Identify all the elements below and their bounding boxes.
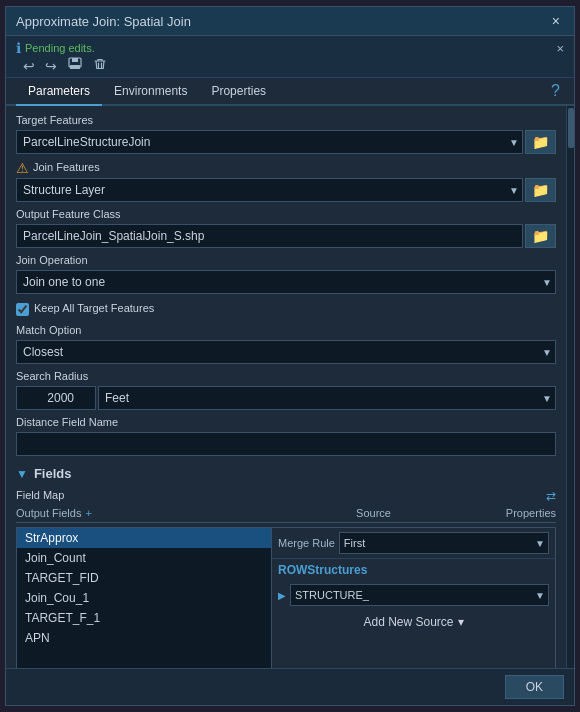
search-radius-label: Search Radius xyxy=(16,370,556,382)
target-features-group: Target Features ParcelLineStructureJoin … xyxy=(16,114,556,154)
join-features-select-wrapper: Structure Layer ▼ xyxy=(16,178,523,202)
merge-rule-select[interactable]: First xyxy=(339,532,549,554)
tabs: Parameters Environments Properties ? xyxy=(6,78,574,106)
vertical-scrollbar[interactable] xyxy=(566,106,574,668)
source-col-header: Source xyxy=(271,507,476,519)
add-new-source-arrow: ▾ xyxy=(458,615,464,629)
source-layer-header: ROWStructures xyxy=(272,559,555,581)
top-info-section: ℹ Pending edits. × ↩ ↪ xyxy=(6,36,574,78)
output-fields-col-header: Output Fields + xyxy=(16,507,271,519)
keep-all-label: Keep All Target Features xyxy=(34,302,154,314)
info-icon: ℹ xyxy=(16,40,21,56)
fields-section-title: Fields xyxy=(34,466,72,481)
output-feature-class-input[interactable] xyxy=(16,224,523,248)
save-button[interactable] xyxy=(64,56,86,75)
target-features-select-wrapper: ParcelLineStructureJoin ▼ xyxy=(16,130,523,154)
keep-all-checkbox[interactable] xyxy=(16,303,29,316)
pending-close-button[interactable]: × xyxy=(556,41,564,56)
distance-field-input[interactable] xyxy=(16,432,556,456)
match-option-select-wrapper: Closest ▼ xyxy=(16,340,556,364)
ok-button[interactable]: OK xyxy=(505,675,564,699)
dialog-close-button[interactable]: × xyxy=(548,13,564,29)
toolbar: ↩ ↪ xyxy=(20,56,564,75)
output-feature-class-row: 📁 xyxy=(16,224,556,248)
field-map-body: StrApprox Join_Count TARGET_FID Join_Cou… xyxy=(16,527,556,668)
field-map-reset-icon[interactable]: ⇄ xyxy=(546,489,556,503)
join-features-select[interactable]: Structure Layer xyxy=(16,178,523,202)
list-item[interactable]: Join_Count xyxy=(17,548,271,568)
source-field-select[interactable]: STRUCTURE_ xyxy=(290,584,549,606)
undo-button[interactable]: ↩ xyxy=(20,56,38,75)
match-option-select[interactable]: Closest xyxy=(16,340,556,364)
join-features-label-row: ⚠ Join Features xyxy=(16,160,556,176)
target-features-label: Target Features xyxy=(16,114,556,126)
join-features-group: ⚠ Join Features Structure Layer ▼ 📁 xyxy=(16,160,556,202)
match-option-group: Match Option Closest ▼ xyxy=(16,324,556,364)
add-new-source-label: Add New Source xyxy=(363,615,453,629)
warning-icon: ⚠ xyxy=(16,160,29,176)
list-item[interactable]: Join_Cou_1 xyxy=(17,588,271,608)
footer: OK xyxy=(6,668,574,705)
distance-field-group: Distance Field Name xyxy=(16,416,556,456)
source-item-arrow: ▶ xyxy=(278,590,286,601)
source-panel: Merge Rule First ▼ ROWStructures ▶ xyxy=(272,528,555,668)
svg-rect-1 xyxy=(72,58,78,62)
join-operation-group: Join Operation Join one to one ▼ xyxy=(16,254,556,294)
help-icon[interactable]: ? xyxy=(551,78,564,104)
redo-button[interactable]: ↪ xyxy=(42,56,60,75)
output-fields-list: StrApprox Join_Count TARGET_FID Join_Cou… xyxy=(17,528,272,668)
source-field-select-wrapper: STRUCTURE_ ▼ xyxy=(290,584,549,606)
join-operation-label: Join Operation xyxy=(16,254,556,266)
fields-section-divider: ▼ Fields xyxy=(16,466,556,481)
join-features-folder-button[interactable]: 📁 xyxy=(525,178,556,202)
search-radius-unit-select[interactable]: Feet xyxy=(98,386,556,410)
merge-rule-label: Merge Rule xyxy=(278,537,335,549)
join-operation-select[interactable]: Join one to one xyxy=(16,270,556,294)
match-option-label: Match Option xyxy=(16,324,556,336)
tab-parameters[interactable]: Parameters xyxy=(16,78,102,106)
list-item[interactable]: TARGET_F_1 xyxy=(17,608,271,628)
pending-edits-row: ℹ Pending edits. × xyxy=(16,36,564,56)
dialog-title: Approximate Join: Spatial Join xyxy=(16,14,191,29)
source-item-row: ▶ STRUCTURE_ ▼ xyxy=(272,581,555,609)
merge-rule-select-wrapper: First ▼ xyxy=(339,532,549,554)
join-features-row: Structure Layer ▼ 📁 xyxy=(16,178,556,202)
field-map-cols: Output Fields + Source Properties xyxy=(16,507,556,523)
fields-toggle[interactable]: ▼ xyxy=(16,467,28,481)
parameters-content: Target Features ParcelLineStructureJoin … xyxy=(6,106,566,668)
field-map-header: Field Map ⇄ xyxy=(16,489,556,503)
merge-rule-row: Merge Rule First ▼ xyxy=(272,528,555,559)
tab-environments[interactable]: Environments xyxy=(102,78,199,106)
main-layout: Target Features ParcelLineStructureJoin … xyxy=(6,106,574,668)
output-fields-label: Output Fields xyxy=(16,507,81,519)
distance-field-label: Distance Field Name xyxy=(16,416,556,428)
dialog-window: Approximate Join: Spatial Join × ℹ Pendi… xyxy=(5,6,575,706)
clear-button[interactable] xyxy=(90,56,110,75)
add-new-source-button[interactable]: Add New Source ▾ xyxy=(272,609,555,635)
output-feature-class-group: Output Feature Class 📁 xyxy=(16,208,556,248)
add-output-field-icon[interactable]: + xyxy=(85,507,91,519)
list-item[interactable]: APN xyxy=(17,628,271,648)
target-features-select[interactable]: ParcelLineStructureJoin xyxy=(16,130,523,154)
properties-col-header: Properties xyxy=(476,507,556,519)
join-features-label: Join Features xyxy=(33,161,100,173)
svg-rect-2 xyxy=(70,65,80,69)
scroll-thumb[interactable] xyxy=(568,108,574,148)
list-item[interactable]: StrApprox xyxy=(17,528,271,548)
output-feature-class-folder-button[interactable]: 📁 xyxy=(525,224,556,248)
title-bar: Approximate Join: Spatial Join × xyxy=(6,7,574,36)
output-feature-class-label: Output Feature Class xyxy=(16,208,556,220)
target-features-row: ParcelLineStructureJoin ▼ 📁 xyxy=(16,130,556,154)
search-radius-unit-wrapper: Feet ▼ xyxy=(98,386,556,410)
field-map-label: Field Map xyxy=(16,489,64,501)
join-operation-select-wrapper: Join one to one ▼ xyxy=(16,270,556,294)
target-features-folder-button[interactable]: 📁 xyxy=(525,130,556,154)
search-radius-row: Feet ▼ xyxy=(16,386,556,410)
search-radius-group: Search Radius Feet ▼ xyxy=(16,370,556,410)
list-item[interactable]: TARGET_FID xyxy=(17,568,271,588)
keep-all-row: Keep All Target Features xyxy=(16,300,556,318)
search-radius-input[interactable] xyxy=(16,386,96,410)
tab-properties[interactable]: Properties xyxy=(199,78,278,106)
field-map-area: Field Map ⇄ Output Fields + Source Prope… xyxy=(16,489,556,668)
pending-edits-text: Pending edits. xyxy=(25,42,95,54)
